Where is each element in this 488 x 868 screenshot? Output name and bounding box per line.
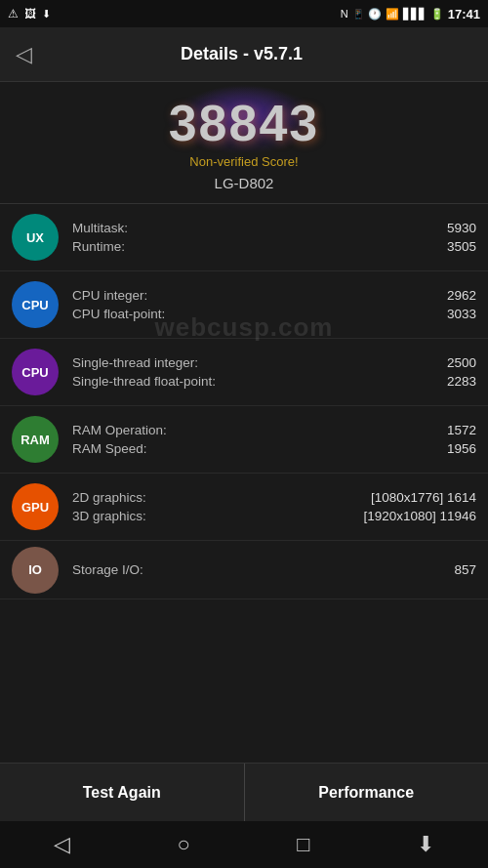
- device-name: LG-D802: [0, 175, 488, 191]
- wifi-icon: 📶: [386, 8, 399, 21]
- back-button[interactable]: ◁: [16, 42, 32, 67]
- value-2d: [1080x1776] 1614: [371, 490, 476, 505]
- label-single-int: Single-thread integer:: [72, 355, 198, 370]
- label-cpu-integer: CPU integer:: [72, 288, 147, 303]
- metric-rows-cpu1: CPU integer: 2962 CPU float-point: 3033: [72, 281, 476, 328]
- value-cpu-integer: 2962: [398, 288, 476, 303]
- nav-home-button[interactable]: ○: [177, 832, 189, 857]
- status-icons-right: N 📱 🕐 📶 ▋▋▋ 🔋 17:41: [341, 7, 480, 21]
- metric-row-single-float: Single-thread float-point: 2283: [72, 374, 476, 389]
- nav-bar: ◁ ○ □ ⬇: [0, 821, 488, 868]
- nfc-icon: N: [341, 8, 348, 20]
- metric-group-cpu1: CPU CPU integer: 2962 CPU float-point: 3…: [0, 271, 488, 339]
- metric-row-3d: 3D graphics: [1920x1080] 11946: [72, 509, 476, 523]
- metric-row-storage: Storage I/O: 857: [72, 562, 476, 577]
- metric-rows-cpu2: Single-thread integer: 2500 Single-threa…: [72, 349, 476, 395]
- metric-group-io: IO Storage I/O: 857: [0, 541, 488, 599]
- metric-row-runtime: Runtime: 3505: [72, 239, 476, 254]
- metric-rows-gpu: 2D graphics: [1080x1776] 1614 3D graphic…: [72, 483, 476, 530]
- status-bar: ⚠ 🖼 ⬇ N 📱 🕐 📶 ▋▋▋ 🔋 17:41: [0, 0, 488, 27]
- nav-back-button[interactable]: ◁: [54, 832, 70, 857]
- badge-io: IO: [12, 547, 59, 594]
- metric-group-ram: RAM RAM Operation: 1572 RAM Speed: 1956: [0, 406, 488, 474]
- header: ◁ Details - v5.7.1: [0, 27, 488, 82]
- non-verified-label: Non-verified Score!: [0, 154, 488, 169]
- metrics-container: UX Multitask: 5930 Runtime: 3505 CPU CPU…: [0, 204, 488, 599]
- phone-icon: 📱: [352, 9, 364, 20]
- status-icons-left: ⚠ 🖼 ⬇: [8, 7, 51, 21]
- value-cpu-float: 3033: [398, 307, 476, 321]
- metric-row-ram-op: RAM Operation: 1572: [72, 423, 476, 437]
- metric-row-cpu-float: CPU float-point: 3033: [72, 307, 476, 321]
- badge-cpu1: CPU: [12, 281, 59, 328]
- value-storage: 857: [398, 562, 476, 577]
- page-title: Details - v5.7.1: [44, 44, 439, 64]
- value-single-float: 2283: [398, 374, 476, 389]
- metric-group-ux: UX Multitask: 5930 Runtime: 3505: [0, 204, 488, 271]
- value-ram-op: 1572: [398, 423, 476, 437]
- value-runtime: 3505: [398, 239, 476, 254]
- nav-download-button[interactable]: ⬇: [417, 832, 434, 857]
- metric-row-ram-speed: RAM Speed: 1956: [72, 441, 476, 456]
- metric-row-multitask: Multitask: 5930: [72, 221, 476, 235]
- label-ram-speed: RAM Speed:: [72, 441, 147, 456]
- label-ram-op: RAM Operation:: [72, 423, 167, 437]
- badge-cpu2: CPU: [12, 349, 59, 395]
- signal-icon: ▋▋▋: [403, 8, 427, 21]
- value-3d: [1920x1080] 11946: [363, 509, 476, 523]
- download-icon: ⬇: [42, 8, 51, 21]
- badge-ram: RAM: [12, 416, 59, 463]
- label-cpu-float: CPU float-point:: [72, 307, 165, 321]
- value-multitask: 5930: [398, 221, 476, 235]
- metric-row-cpu-integer: CPU integer: 2962: [72, 288, 476, 303]
- metric-row-single-int: Single-thread integer: 2500: [72, 355, 476, 370]
- warning-icon: ⚠: [8, 7, 19, 21]
- metric-rows-ram: RAM Operation: 1572 RAM Speed: 1956: [72, 416, 476, 463]
- metric-rows-io: Storage I/O: 857: [72, 551, 476, 589]
- label-single-float: Single-thread float-point:: [72, 374, 216, 389]
- bottom-buttons: Test Again Performance: [0, 763, 488, 821]
- metric-row-2d: 2D graphics: [1080x1776] 1614: [72, 490, 476, 505]
- metric-rows-ux: Multitask: 5930 Runtime: 3505: [72, 214, 476, 261]
- metric-group-gpu: GPU 2D graphics: [1080x1776] 1614 3D gra…: [0, 474, 488, 541]
- label-runtime: Runtime:: [72, 239, 125, 254]
- value-single-int: 2500: [398, 355, 476, 370]
- badge-gpu: GPU: [12, 483, 59, 530]
- metric-group-cpu2: CPU Single-thread integer: 2500 Single-t…: [0, 339, 488, 406]
- image-icon: 🖼: [24, 7, 36, 21]
- test-again-button[interactable]: Test Again: [0, 764, 245, 821]
- performance-button[interactable]: Performance: [245, 764, 489, 821]
- label-multitask: Multitask:: [72, 221, 128, 235]
- battery-icon: 🔋: [430, 8, 444, 21]
- label-2d: 2D graphics:: [72, 490, 146, 505]
- time-display: 17:41: [448, 7, 480, 21]
- score-display: 38843: [169, 94, 320, 152]
- badge-ux: UX: [12, 214, 59, 261]
- label-storage: Storage I/O:: [72, 562, 143, 577]
- score-section: 38843 Non-verified Score! LG-D802: [0, 82, 488, 203]
- clock-icon: 🕐: [368, 8, 382, 21]
- label-3d: 3D graphics:: [72, 509, 146, 523]
- nav-recent-button[interactable]: □: [297, 832, 309, 857]
- value-ram-speed: 1956: [398, 441, 476, 456]
